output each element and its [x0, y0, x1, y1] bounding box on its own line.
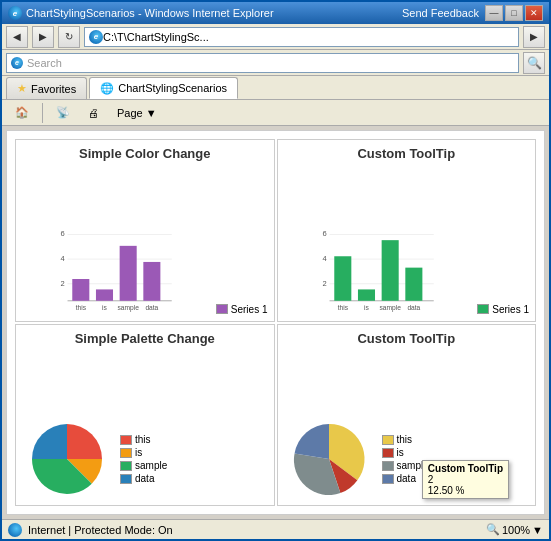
svg-text:6: 6: [60, 229, 64, 238]
title-bar-left: e ChartStylingScenarios - Windows Intern…: [8, 6, 274, 20]
svg-rect-13: [143, 261, 160, 300]
legend-color-1: [216, 304, 228, 314]
search-go-button[interactable]: 🔍: [523, 52, 545, 74]
pie4-color-data: [382, 474, 394, 484]
address-bar: ◀ ▶ ↻ e C:\T\ChartStylingSc... ▶: [2, 24, 549, 50]
chart-title-3: Simple Palette Change: [22, 331, 268, 346]
chart-legend-2: Series 1: [477, 304, 529, 315]
home-button[interactable]: 🏠: [8, 102, 36, 124]
live-search-icon: e: [11, 57, 23, 69]
pie-label-data: data: [135, 473, 154, 484]
maximize-button[interactable]: □: [505, 5, 523, 21]
pie4-legend-item-sample: sample: [382, 460, 429, 471]
address-url: C:\T\ChartStylingSc...: [103, 31, 209, 43]
tooltip-title: Custom ToolTip: [428, 463, 503, 474]
pie-legend-item-is: is: [120, 447, 167, 458]
svg-text:is: is: [102, 304, 107, 311]
tab-bar: ★ Favorites 🌐 ChartStylingScenarios: [2, 76, 549, 100]
pie4-color-is: [382, 448, 394, 458]
pie-color-sample: [120, 461, 132, 471]
svg-text:6: 6: [322, 229, 326, 238]
svg-text:sample: sample: [117, 304, 139, 312]
pie-color-this: [120, 435, 132, 445]
search-bar: e Search 🔍: [2, 50, 549, 76]
chart-title-2: Custom ToolTip: [284, 146, 530, 161]
tab-ie-icon: 🌐: [100, 82, 114, 95]
tab-favorites-label: Favorites: [31, 83, 76, 95]
home-icon: 🏠: [15, 106, 29, 119]
pie-svg-3: [22, 419, 112, 499]
pie-label-sample: sample: [135, 460, 167, 471]
refresh-button[interactable]: ↻: [58, 26, 80, 48]
forward-button[interactable]: ▶: [32, 26, 54, 48]
title-bar-controls: — □ ✕: [485, 5, 543, 21]
status-bar: Internet | Protected Mode: On 🔍 100% ▼: [2, 519, 549, 539]
print-button[interactable]: 🖨: [81, 102, 106, 124]
zoom-level: 100%: [502, 524, 530, 536]
page-button[interactable]: Page ▼: [110, 102, 164, 124]
pie-label-this: this: [135, 434, 151, 445]
status-text: Internet | Protected Mode: On: [28, 524, 173, 536]
zoom-arrow-icon: ▼: [532, 524, 543, 536]
chart-area-1: 6 4 2 this is: [22, 165, 268, 315]
pie-svg-4: [284, 419, 374, 499]
chart-area-4: Custom ToolTip 2 12.50 % this is: [284, 350, 530, 500]
main-window: e ChartStylingScenarios - Windows Intern…: [0, 0, 551, 541]
svg-text:2: 2: [60, 278, 64, 287]
close-button[interactable]: ✕: [525, 5, 543, 21]
tooltip-percent: 12.50 %: [428, 485, 503, 496]
send-feedback-link[interactable]: Send Feedback: [402, 7, 479, 19]
bar-chart-2: 6 4 2 this is: [284, 225, 470, 315]
svg-text:4: 4: [322, 254, 326, 263]
chart-legend-1: Series 1: [216, 304, 268, 315]
pie-legend-item-sample: sample: [120, 460, 167, 471]
pie-color-is: [120, 448, 132, 458]
pie-chart-4: Custom ToolTip 2 12.50 % this is: [284, 419, 530, 499]
svg-text:sample: sample: [379, 304, 401, 312]
tab-favorites[interactable]: ★ Favorites: [6, 77, 87, 99]
svg-rect-26: [381, 240, 398, 301]
toolbar-divider-1: [42, 103, 43, 123]
svg-rect-28: [405, 267, 422, 300]
pie-legend-item-this: this: [120, 434, 167, 445]
legend-item-1: Series 1: [216, 304, 268, 315]
feeds-button[interactable]: 📡: [49, 102, 77, 124]
live-search-box[interactable]: e Search: [6, 53, 519, 73]
chart-title-1: Simple Color Change: [22, 146, 268, 161]
status-globe-icon: [8, 523, 22, 537]
chart-tooltip-4: Custom ToolTip 2 12.50 %: [422, 460, 509, 499]
chart-title-4: Custom ToolTip: [284, 331, 530, 346]
page-icon: e: [89, 30, 103, 44]
ie-logo-icon: e: [8, 6, 22, 20]
legend-label-1: Series 1: [231, 304, 268, 315]
svg-rect-7: [72, 279, 89, 301]
back-button[interactable]: ◀: [6, 26, 28, 48]
chart-panel-4: Custom ToolTip Custom To: [277, 324, 537, 507]
pie-legend-4: this is sample data: [382, 434, 429, 484]
address-go-button[interactable]: ▶: [523, 26, 545, 48]
pie4-label-this: this: [397, 434, 413, 445]
svg-rect-24: [357, 289, 374, 300]
page-label: Page: [117, 107, 143, 119]
pie-label-is: is: [135, 447, 142, 458]
svg-text:is: is: [364, 304, 369, 311]
tab-chartstyling-label: ChartStylingScenarios: [118, 82, 227, 94]
favorites-star-icon: ★: [17, 82, 27, 95]
pie4-label-data: data: [397, 473, 416, 484]
window-title: ChartStylingScenarios - Windows Internet…: [26, 7, 274, 19]
pie-legend-item-data: data: [120, 473, 167, 484]
chart-panel-1: Simple Color Change 6 4 2: [15, 139, 275, 322]
pie4-color-this: [382, 435, 394, 445]
pie4-label-is: is: [397, 447, 404, 458]
legend-color-2: [477, 304, 489, 314]
svg-rect-9: [96, 289, 113, 300]
minimize-button[interactable]: —: [485, 5, 503, 21]
address-input[interactable]: e C:\T\ChartStylingSc...: [84, 27, 519, 47]
svg-text:this: this: [76, 304, 87, 311]
legend-label-2: Series 1: [492, 304, 529, 315]
toolbar: 🏠 📡 🖨 Page ▼: [2, 100, 549, 126]
title-bar: e ChartStylingScenarios - Windows Intern…: [2, 2, 549, 24]
tab-chartstyling[interactable]: 🌐 ChartStylingScenarios: [89, 77, 238, 99]
chart-panel-3: Simple Palette Change: [15, 324, 275, 507]
legend-item-2: Series 1: [477, 304, 529, 315]
